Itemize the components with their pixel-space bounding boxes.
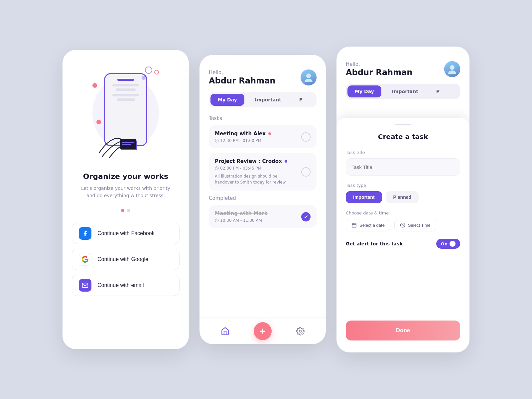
page-dots bbox=[121, 209, 130, 212]
deco-circle-1 bbox=[145, 66, 152, 74]
google-icon bbox=[79, 253, 91, 266]
card3-tab-my-day[interactable]: My Day bbox=[347, 85, 381, 97]
task-checkbox-2[interactable] bbox=[301, 167, 311, 177]
tabs-row: My Day Important P bbox=[209, 92, 317, 107]
card3-hello-row: Hello, Abdur Rahman bbox=[346, 61, 460, 77]
tasks-section-label: Tasks bbox=[209, 115, 317, 121]
datetime-buttons: Select a date Select Time bbox=[346, 219, 460, 231]
select-date-button[interactable]: Select a date bbox=[346, 219, 390, 231]
alert-toggle[interactable]: On bbox=[436, 239, 460, 249]
facebook-icon bbox=[79, 227, 91, 240]
illus-dot-1 bbox=[92, 83, 97, 88]
card3-header-area: Hello, Abdur Rahman My Day Important P bbox=[336, 47, 469, 114]
svg-point-6 bbox=[306, 73, 311, 78]
svg-rect-5 bbox=[82, 283, 88, 287]
task-title-row-1: Meeting with Alex bbox=[215, 131, 297, 137]
card3-user-name: Abdur Rahman bbox=[346, 68, 412, 77]
task-type-section: Task type Important Planned bbox=[346, 183, 460, 203]
hand-illustration bbox=[92, 123, 139, 160]
illustration-area bbox=[82, 63, 169, 163]
alert-label: Get alert for this task bbox=[346, 241, 403, 246]
toggle-knob bbox=[450, 241, 456, 247]
task-type-buttons: Important Planned bbox=[346, 191, 460, 203]
task-title-1: Meeting with Alex bbox=[215, 131, 266, 137]
task-time-2: 02:30 PM - 03:45 PM bbox=[215, 166, 297, 171]
select-time-label: Select Time bbox=[408, 223, 431, 228]
svg-rect-14 bbox=[352, 223, 356, 227]
deco-circle-3 bbox=[142, 76, 146, 80]
facebook-auth-label: Continue with Facebook bbox=[97, 230, 155, 236]
card3-greeting-block: Hello, Abdur Rahman bbox=[346, 61, 412, 77]
task-title-label: Task title bbox=[346, 150, 460, 155]
card3-avatar bbox=[444, 61, 460, 77]
task-checkbox-1[interactable] bbox=[301, 132, 311, 142]
dot-2 bbox=[127, 209, 130, 212]
card3-tab-p[interactable]: P bbox=[429, 85, 447, 97]
type-btn-important[interactable]: Important bbox=[346, 191, 382, 203]
add-task-fab[interactable] bbox=[254, 322, 272, 340]
task-time-1: 12:30 PM - 01:00 PM bbox=[215, 138, 297, 143]
settings-nav-icon[interactable] bbox=[294, 325, 307, 337]
completed-task-card-1: Meeting with Mark 10:30 AM - 11:00 AM bbox=[209, 205, 317, 228]
create-task-sheet: Create a task Task title Task type Impor… bbox=[336, 118, 469, 352]
hello-row: Hello, Abdur Rahman bbox=[209, 69, 317, 85]
create-task-card: Hello, Abdur Rahman My Day Important P C… bbox=[336, 47, 469, 352]
card3-avatar-image bbox=[444, 61, 460, 77]
clock-icon bbox=[400, 222, 405, 228]
email-icon bbox=[79, 279, 91, 292]
card3-hello-text: Hello, bbox=[346, 61, 412, 67]
select-date-label: Select a date bbox=[359, 223, 385, 228]
sheet-title: Create a task bbox=[346, 133, 460, 141]
completed-task-time-1: 10:30 AM - 11:00 AM bbox=[215, 218, 297, 223]
avatar-image bbox=[301, 69, 317, 85]
card3-tabs-row: My Day Important P bbox=[346, 84, 460, 99]
task-type-label: Task type bbox=[346, 183, 460, 188]
task-desc-2: All illustration design should be handov… bbox=[215, 173, 297, 185]
home-nav-icon[interactable] bbox=[219, 325, 231, 337]
email-auth-label: Continue with email bbox=[97, 282, 144, 288]
task-title-2: Project Review : Crodox bbox=[215, 158, 282, 164]
task-dot-1 bbox=[268, 132, 271, 135]
tab-my-day[interactable]: My Day bbox=[210, 94, 244, 106]
tab-p[interactable]: P bbox=[292, 94, 310, 106]
user-name: Abdur Rahman bbox=[209, 76, 275, 85]
deco-circle-2 bbox=[154, 70, 159, 74]
task-card-1: Meeting with Alex 12:30 PM - 01:00 PM bbox=[209, 125, 317, 148]
bottom-navigation bbox=[200, 318, 326, 344]
google-auth-button[interactable]: Continue with Google bbox=[72, 249, 180, 270]
task-info-2: Project Review : Crodox 02:30 PM - 03:45… bbox=[215, 158, 297, 185]
completed-task-title-1: Meeting with Mark bbox=[215, 210, 268, 216]
avatar bbox=[301, 69, 317, 85]
select-time-button[interactable]: Select Time bbox=[394, 219, 436, 231]
task-title-row-2: Project Review : Crodox bbox=[215, 158, 297, 164]
card3-tab-important[interactable]: Important bbox=[385, 85, 426, 97]
task-title-section: Task title bbox=[346, 150, 460, 176]
email-auth-button[interactable]: Continue with email bbox=[72, 275, 180, 296]
toggle-label: On bbox=[441, 241, 448, 246]
calendar-icon bbox=[351, 222, 357, 228]
alert-row: Get alert for this task On bbox=[346, 239, 460, 249]
greeting-block: Hello, Abdur Rahman bbox=[209, 69, 275, 85]
svg-point-12 bbox=[299, 330, 302, 332]
card2-inner: Hello, Abdur Rahman My Day Important P T… bbox=[200, 55, 326, 318]
onboarding-title: Organize your works bbox=[83, 172, 168, 181]
onboarding-card: Organize your works Let's organize your … bbox=[63, 50, 189, 349]
type-btn-planned[interactable]: Planned bbox=[386, 191, 419, 203]
dot-1 bbox=[121, 209, 124, 212]
completed-task-info-1: Meeting with Mark 10:30 AM - 11:00 AM bbox=[215, 210, 297, 223]
task-list-card: Hello, Abdur Rahman My Day Important P T… bbox=[200, 55, 326, 344]
onboarding-subtitle: Let's organize your works with priority … bbox=[81, 185, 170, 200]
task-title-input[interactable] bbox=[346, 158, 460, 176]
tab-important[interactable]: Important bbox=[248, 94, 289, 106]
facebook-auth-button[interactable]: Continue with Facebook bbox=[72, 223, 180, 244]
task-checkbox-done-1[interactable] bbox=[301, 212, 311, 221]
hello-text: Hello, bbox=[209, 69, 275, 75]
task-info-1: Meeting with Alex 12:30 PM - 01:00 PM bbox=[215, 131, 297, 143]
svg-point-13 bbox=[450, 65, 455, 70]
task-dot-2 bbox=[285, 160, 287, 163]
completed-task-title-row-1: Meeting with Mark bbox=[215, 210, 297, 216]
datetime-section: Choose date & time Select a date Select … bbox=[346, 210, 460, 231]
datetime-label: Choose date & time bbox=[346, 210, 460, 215]
sheet-handle bbox=[395, 124, 411, 125]
done-button[interactable]: Done bbox=[346, 321, 460, 340]
